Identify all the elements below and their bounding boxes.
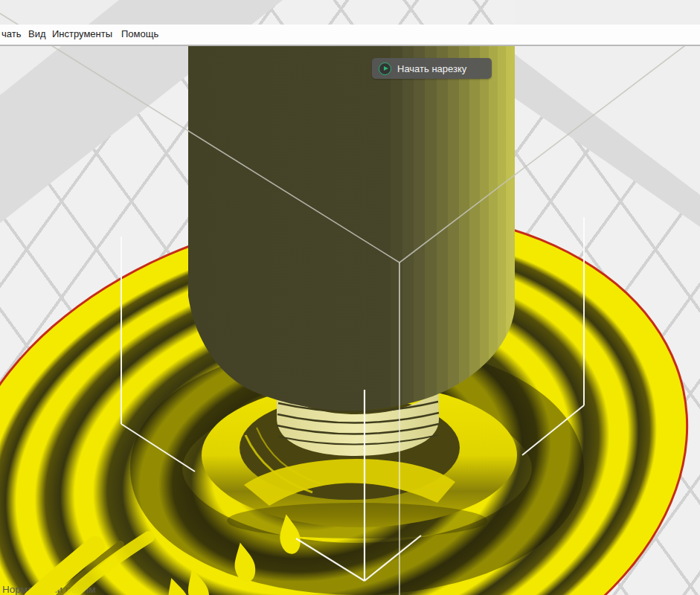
teardrop-bump (182, 566, 213, 595)
menu-item-view[interactable]: Вид (28, 28, 46, 39)
menu-item-help[interactable]: Помощь (121, 28, 158, 39)
start-slicing-button[interactable]: Начать нарезку (372, 58, 492, 79)
play-triangle-icon (384, 66, 388, 71)
teardrop-bump (161, 575, 193, 595)
model-cylinder[interactable] (188, 46, 515, 411)
menu-bar: чать Вид Инструменты Помощь (0, 25, 700, 46)
play-circle-icon (379, 62, 391, 75)
start-slicing-label: Начать нарезку (397, 63, 466, 74)
hub-front-shadow (227, 503, 487, 538)
viewport-3d[interactable]: Нормальный режим (0, 0, 700, 595)
menu-item-tools[interactable]: Инструменты (52, 28, 112, 39)
menu-item-print[interactable]: чать (1, 28, 21, 39)
slicer-window: Нормальный режим чать Вид Инструменты По… (0, 0, 700, 595)
